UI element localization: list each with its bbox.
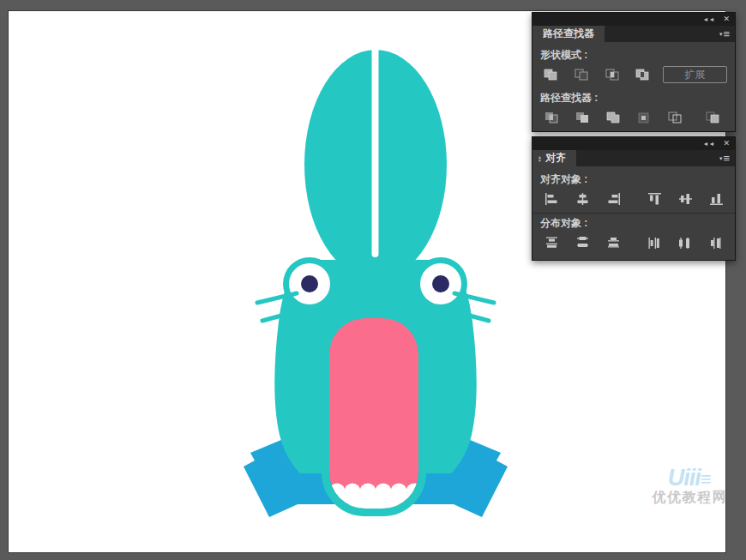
minus-front-button[interactable] (571, 65, 593, 84)
pathfinders-label: 路径查找器 : (540, 91, 727, 105)
minus-back-button[interactable] (701, 108, 724, 127)
distribute-objects-row (540, 232, 727, 254)
rabbit-mouth-fill (329, 318, 418, 509)
align-top-button[interactable] (643, 190, 665, 208)
distribute-right-button[interactable] (705, 233, 727, 252)
distribute-vertical-center-button[interactable] (571, 233, 593, 252)
merge-button[interactable] (602, 108, 624, 127)
unite-icon (544, 69, 558, 81)
align-bottom-icon (709, 192, 724, 206)
panel-expand-toggle-icon: ▲▼ (538, 155, 542, 162)
section-divider (532, 213, 735, 214)
shape-modes-row: 扩展 (540, 63, 727, 86)
align-bottom-button[interactable] (705, 190, 727, 208)
outline-icon (668, 111, 683, 124)
intersect-button[interactable] (601, 65, 623, 84)
collapse-panel-icon[interactable]: ◄◄ (703, 141, 715, 147)
intersect-icon (605, 69, 620, 81)
tab-align-label: 对齐 (545, 151, 566, 166)
align-top-icon (647, 192, 662, 206)
pathfinder-panel-titlebar: ◄◄ ✕ (532, 13, 735, 26)
unite-button[interactable] (540, 65, 563, 84)
distribute-right-icon (709, 236, 724, 250)
expand-button[interactable]: 扩展 (663, 66, 727, 83)
align-panel-body: 对齐对象 : (532, 166, 735, 257)
align-objects-row (540, 188, 727, 210)
align-objects-label: 对齐对象 : (540, 172, 727, 186)
tab-pathfinder[interactable]: 路径查找器 (532, 26, 605, 42)
distribute-vertical-center-icon (575, 236, 590, 250)
distribute-top-button[interactable] (540, 233, 563, 252)
application-window: Uiii≡ 优优教程网 ◄◄ ✕ 路径查找器 ▾ ≡ 形状模式 : (0, 0, 746, 560)
align-horizontal-center-icon (575, 192, 590, 206)
tab-pathfinder-label: 路径查找器 (543, 27, 594, 41)
exclude-button[interactable] (632, 65, 654, 84)
close-panel-icon[interactable]: ✕ (723, 140, 730, 148)
watermark: Uiii≡ 优优教程网 (653, 467, 728, 505)
rabbit-group (244, 43, 508, 517)
pathfinders-row (540, 106, 727, 129)
distribute-objects-label: 分布对象 : (540, 216, 727, 230)
rabbit-right-pupil (432, 275, 449, 292)
pathfinder-panel-body: 形状模式 : (532, 42, 735, 132)
pathfinder-panel: ◄◄ ✕ 路径查找器 ▾ ≡ 形状模式 : (532, 12, 736, 132)
merge-icon (606, 111, 621, 124)
align-panel-titlebar: ◄◄ ✕ (532, 137, 735, 150)
watermark-site-name: 优优教程网 (653, 490, 728, 505)
close-panel-icon[interactable]: ✕ (723, 15, 730, 23)
align-left-icon (544, 192, 559, 206)
rabbit-left-pupil (301, 275, 318, 292)
distribute-bottom-icon (606, 236, 621, 250)
align-left-button[interactable] (540, 190, 563, 208)
panel-menu-icon[interactable]: ▾ ≡ (719, 150, 735, 166)
align-right-button[interactable] (602, 190, 624, 208)
distribute-horizontal-center-icon (678, 236, 693, 250)
distribute-horizontal-center-button[interactable] (674, 233, 696, 252)
pathfinder-panel-tabbar: 路径查找器 ▾ ≡ (532, 26, 735, 42)
divide-button[interactable] (540, 108, 563, 127)
align-panel-tabbar: ▲▼ 对齐 ▾ ≡ (532, 150, 735, 166)
align-horizontal-center-button[interactable] (571, 190, 593, 208)
trim-button[interactable] (571, 108, 593, 127)
align-vertical-center-button[interactable] (674, 190, 696, 208)
watermark-logo-text: Uiii (668, 465, 701, 491)
outline-button[interactable] (664, 108, 686, 127)
trim-icon (575, 111, 590, 124)
watermark-logo-mark: ≡ (701, 468, 712, 490)
align-right-icon (606, 192, 621, 206)
shape-modes-label: 形状模式 : (540, 48, 727, 62)
align-vertical-center-icon (678, 192, 693, 206)
divide-icon (544, 111, 559, 124)
distribute-left-icon (647, 236, 662, 250)
distribute-bottom-button[interactable] (602, 233, 624, 252)
distribute-top-icon (544, 236, 559, 250)
collapse-panel-icon[interactable]: ◄◄ (703, 16, 715, 22)
distribute-left-button[interactable] (643, 233, 665, 252)
align-panel: ◄◄ ✕ ▲▼ 对齐 ▾ ≡ 对齐对象 : (532, 136, 736, 261)
minus-front-icon (575, 69, 589, 81)
minus-back-icon (706, 111, 720, 124)
crop-icon (637, 111, 652, 124)
rabbit-mouth (326, 315, 423, 518)
crop-button[interactable] (633, 108, 655, 127)
tab-align[interactable]: ▲▼ 对齐 (532, 150, 576, 166)
watermark-logo: Uiii≡ (653, 467, 728, 490)
panel-menu-icon[interactable]: ▾ ≡ (719, 26, 735, 42)
exclude-icon (635, 69, 650, 81)
rabbit-ear-split (372, 43, 379, 257)
